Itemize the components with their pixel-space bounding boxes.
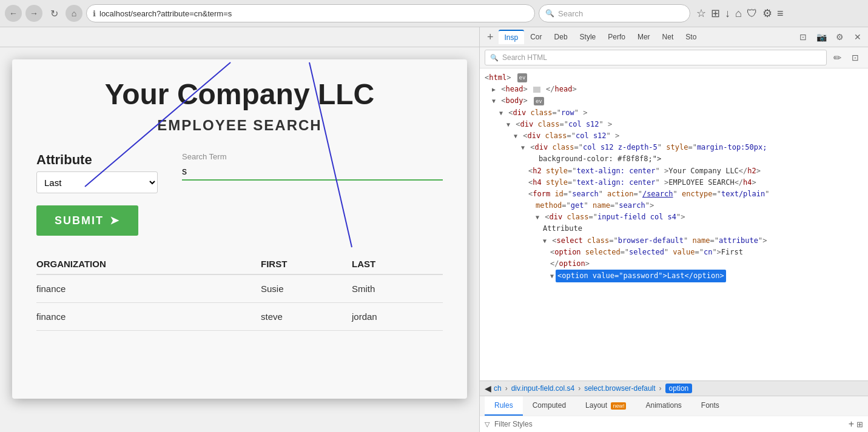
overflow-icon[interactable]: ≡ — [777, 7, 784, 20]
tree-html[interactable]: <html> ev — [485, 72, 863, 84]
results-table: ORGANIZATION FIRST LAST finance Susie Sm… — [36, 254, 443, 331]
browser-viewport: Your Company LLC EMPLOYEE SEARCH Attribu… — [0, 47, 479, 432]
settings-devtools-icon[interactable]: ⚙ — [832, 29, 847, 45]
breadcrumb-item-ch[interactable]: ch — [494, 384, 502, 393]
table-row: finance Susie Smith — [36, 274, 443, 303]
tree-h4[interactable]: <h4 style="text-align: center" >EMPLOYEE… — [485, 177, 863, 188]
tab-performance[interactable]: Perfo — [602, 30, 631, 44]
tree-option-first[interactable]: <option selected="selected" value="cn">F… — [485, 247, 863, 258]
bookmark-icon[interactable]: ☆ — [696, 7, 706, 20]
close-devtools-icon[interactable]: ✕ — [850, 29, 866, 45]
breadcrumb-item-option[interactable]: option — [665, 384, 693, 393]
filter-styles-bar: ▽ Filter Styles + ⊞ — [480, 416, 868, 432]
tab-animations[interactable]: Animations — [636, 396, 691, 416]
browser-chrome: ← → ↻ ⌂ ℹ localhost/search?attribute=cn&… — [0, 0, 868, 27]
back-button[interactable]: ← — [5, 5, 22, 22]
attribute-label: Attribute — [36, 152, 158, 168]
browser-toolbar: ← → ↻ ⌂ ℹ localhost/search?attribute=cn&… — [0, 0, 868, 27]
new-badge: new! — [611, 402, 626, 410]
tab-layout[interactable]: Layout new! — [576, 396, 636, 416]
col-org: ORGANIZATION — [36, 254, 261, 274]
attribute-select[interactable]: First Last — [36, 171, 158, 193]
tab-console[interactable]: Cor — [524, 30, 548, 44]
page-subtitle: EMPLOYEE SEARCH — [36, 117, 443, 134]
settings-icon[interactable]: ⚙ — [762, 7, 772, 20]
add-panel-button[interactable]: + — [482, 31, 499, 44]
responsive-design-icon[interactable]: ⊡ — [795, 29, 811, 45]
toolbar-icons: ☆ ⊞ ↓ ⌂ 🛡 ⚙ ≡ — [696, 7, 783, 20]
cell-first: steve — [261, 303, 352, 331]
tree-div-row[interactable]: ▼ <div class="row" > — [485, 107, 863, 119]
format-icon[interactable]: ⊞ — [856, 420, 863, 429]
add-filter-button[interactable]: + — [849, 419, 854, 430]
breadcrumb-sep-2: › — [578, 384, 580, 393]
cell-last: Smith — [352, 274, 443, 303]
tree-div-zdepth-cont: background-color: #f8f8f8;"> — [485, 153, 863, 165]
search-icon: 🔍 — [545, 9, 554, 18]
html-search-bar[interactable]: 🔍 Search HTML — [485, 50, 827, 65]
page-card: Your Company LLC EMPLOYEE SEARCH Attribu… — [12, 59, 467, 399]
search-term-label: Search Term — [182, 152, 443, 161]
url-text: localhost/search?attribute=cn&term=s — [99, 9, 232, 18]
submit-arrow-icon: ➤ — [110, 214, 120, 227]
submit-label: SUBMIT — [55, 214, 104, 227]
edit-html-button[interactable]: ✏ — [829, 50, 845, 65]
info-icon: ℹ — [93, 9, 96, 18]
company-title: Your Company LLC — [36, 78, 443, 111]
home-nav-icon[interactable]: ⌂ — [735, 7, 742, 20]
attribute-group: Attribute First Last — [36, 152, 158, 193]
home-button[interactable]: ⌂ — [66, 5, 82, 22]
devtools-panel: 🔍 Search HTML ✏ ⊡ <html> ev ▶ <head> </h… — [479, 47, 868, 432]
breadcrumb-item-div[interactable]: div.input-field.col.s4 — [511, 384, 575, 393]
filter-triangle-icon: ▽ — [485, 420, 490, 428]
breadcrumb-sep-3: › — [659, 384, 662, 393]
main-area: Your Company LLC EMPLOYEE SEARCH Attribu… — [0, 47, 868, 432]
tree-div-zdepth[interactable]: ▼ <div class="col s12 z-depth-5" style="… — [485, 142, 863, 153]
tree-div-input[interactable]: ▼ <div class="input-field col s4"> — [485, 211, 863, 223]
cell-last: jordan — [352, 303, 443, 331]
cell-org: finance — [36, 303, 261, 331]
tab-icon[interactable]: ⊞ — [711, 7, 720, 20]
tree-option-last[interactable]: ▼ <option value="password">Last</option> — [485, 270, 863, 282]
cell-org: finance — [36, 274, 261, 303]
tree-form-cont: method="get" name="search"> — [485, 200, 863, 211]
breadcrumb-bar: ◀ ch › div.input-field.col.s4 › select.b… — [480, 380, 868, 396]
screenshot-icon[interactable]: 📷 — [813, 29, 829, 45]
browser-search-bar[interactable]: 🔍 Search — [539, 4, 690, 22]
shield-icon[interactable]: 🛡 — [747, 7, 758, 20]
breadcrumb-arrow-left[interactable]: ◀ — [485, 384, 491, 393]
table-header: ORGANIZATION FIRST LAST — [36, 254, 443, 274]
html-search-placeholder: Search HTML — [502, 53, 547, 62]
reload-button[interactable]: ↻ — [46, 5, 62, 21]
tab-fonts[interactable]: Fonts — [691, 396, 729, 416]
tree-form[interactable]: <form id="search" action="/search" encty… — [485, 188, 863, 200]
tree-option-close: </option> — [485, 258, 863, 270]
download-icon[interactable]: ↓ — [725, 7, 730, 20]
tree-attribute-text: Attribute — [485, 223, 863, 234]
tab-rules[interactable]: Rules — [485, 396, 523, 416]
form-row: Attribute First Last Search Term — [36, 152, 443, 193]
col-last: LAST — [352, 254, 443, 274]
html-search-icon: 🔍 — [490, 54, 499, 62]
tree-head[interactable]: ▶ <head> </head> — [485, 84, 863, 95]
tab-style-editor[interactable]: Style — [574, 30, 602, 44]
tree-select[interactable]: ▼ <select class="browser-default" name="… — [485, 235, 863, 247]
tab-inspector[interactable]: Insp — [499, 30, 525, 44]
tree-h2[interactable]: <h2 style="text-align: center" >Your Com… — [485, 165, 863, 177]
tree-div-col2[interactable]: ▼ <div class="col s12" > — [485, 130, 863, 142]
search-term-input[interactable] — [182, 164, 443, 181]
screenshot-html-button[interactable]: ⊡ — [847, 50, 863, 65]
tree-div-col1[interactable]: ▼ <div class="col s12" > — [485, 119, 863, 130]
tree-body[interactable]: ▼ <body> ev — [485, 95, 863, 107]
filter-styles-label: Filter Styles — [494, 420, 533, 428]
tab-storage[interactable]: Sto — [679, 30, 702, 44]
tab-network[interactable]: Net — [656, 30, 680, 44]
address-bar[interactable]: ℹ localhost/search?attribute=cn&term=s — [86, 4, 535, 22]
breadcrumb-item-select[interactable]: select.browser-default — [584, 384, 655, 393]
tab-memory[interactable]: Mer — [631, 30, 656, 44]
tab-computed[interactable]: Computed — [523, 396, 576, 416]
tab-debugger[interactable]: Deb — [548, 30, 574, 44]
forward-button[interactable]: → — [25, 5, 42, 22]
submit-button[interactable]: SUBMIT ➤ — [36, 205, 138, 236]
search-term-group: Search Term — [182, 152, 443, 193]
